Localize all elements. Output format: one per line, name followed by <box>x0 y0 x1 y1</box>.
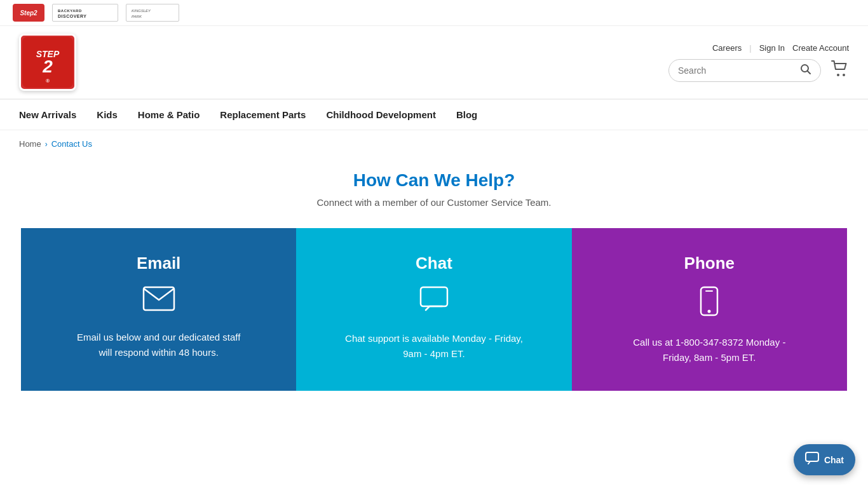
chat-icon <box>419 286 449 318</box>
nav-item-kids[interactable]: Kids <box>97 100 118 129</box>
breadcrumb: Home › Contact Us <box>0 130 868 158</box>
header-logo-area: STEP 2 ® <box>19 34 76 91</box>
email-card[interactable]: Email Email us below and our dedicated s… <box>21 228 296 391</box>
phone-card-desc: Call us at 1-800-347-8372 Monday - Frida… <box>620 335 798 365</box>
sign-in-link[interactable]: Sign In <box>759 43 785 53</box>
chat-card[interactable]: Chat Chat support is available Monday - … <box>296 228 571 391</box>
svg-rect-13 <box>421 287 447 306</box>
page-title: How Can We Help? <box>19 170 849 191</box>
breadcrumb-chevron-icon: › <box>45 140 48 149</box>
phone-icon <box>700 286 719 322</box>
header-top-links: Careers | Sign In Create Account <box>712 43 849 53</box>
search-icon <box>800 64 811 78</box>
svg-text:2: 2 <box>42 57 53 76</box>
careers-link[interactable]: Careers <box>712 43 742 53</box>
chat-card-desc: Chat support is available Monday - Frida… <box>345 331 523 362</box>
svg-rect-12 <box>144 287 174 310</box>
nav-item-childhood-dev[interactable]: Childhood Development <box>326 100 436 129</box>
main-content: How Can We Help? Connect with a member o… <box>0 158 868 429</box>
backyard-discovery-logo: BACKYARD DISCOVERY <box>52 4 118 22</box>
phone-card[interactable]: Phone Call us at 1-800-347-8372 Monday -… <box>572 228 847 391</box>
svg-point-11 <box>843 74 845 76</box>
svg-text:PARK: PARK <box>132 15 142 18</box>
header-search-cart <box>668 59 849 82</box>
svg-line-9 <box>808 71 811 74</box>
nav-item-home-patio[interactable]: Home & Patio <box>138 100 200 129</box>
nav-item-new-arrivals[interactable]: New Arrivals <box>19 100 76 129</box>
cards-container: Email Email us below and our dedicated s… <box>21 228 847 391</box>
email-icon <box>142 286 175 317</box>
breadcrumb-home[interactable]: Home <box>19 139 41 149</box>
main-header: STEP 2 ® Careers | Sign In Create Accoun… <box>0 26 868 100</box>
page-subtitle: Connect with a member of our Customer Se… <box>19 197 849 208</box>
search-input[interactable] <box>678 65 800 76</box>
email-card-title: Email <box>137 254 180 273</box>
create-account-link[interactable]: Create Account <box>792 43 849 53</box>
breadcrumb-current: Contact Us <box>51 139 92 149</box>
kingsley-logo: KINGSLEY PARK <box>126 4 179 22</box>
email-card-desc: Email us below and our dedicated staff w… <box>70 330 248 360</box>
cart-icon[interactable] <box>831 60 849 81</box>
chat-card-title: Chat <box>416 254 452 273</box>
brand-logos: Step2 BACKYARD DISCOVERY KINGSLEY PARK <box>13 4 179 22</box>
svg-text:®: ® <box>46 78 50 84</box>
step2-small-logo: Step2 <box>13 4 44 22</box>
nav-item-replacement-parts[interactable]: Replacement Parts <box>220 100 306 129</box>
header-divider: | <box>749 43 751 53</box>
nav-bar: New Arrivals Kids Home & Patio Replaceme… <box>0 100 868 130</box>
svg-text:BACKYARD: BACKYARD <box>58 9 82 13</box>
phone-card-title: Phone <box>684 254 735 273</box>
svg-text:KINGSLEY: KINGSLEY <box>132 9 151 13</box>
step2-main-logo[interactable]: STEP 2 ® <box>19 34 76 91</box>
svg-text:DISCOVERY: DISCOVERY <box>58 14 86 18</box>
search-box[interactable] <box>668 59 821 82</box>
top-bar: Step2 BACKYARD DISCOVERY KINGSLEY PARK <box>0 0 868 26</box>
nav-item-blog[interactable]: Blog <box>456 100 477 129</box>
svg-point-10 <box>837 74 839 76</box>
header-right-area: Careers | Sign In Create Account <box>668 43 849 82</box>
svg-point-15 <box>708 310 711 313</box>
